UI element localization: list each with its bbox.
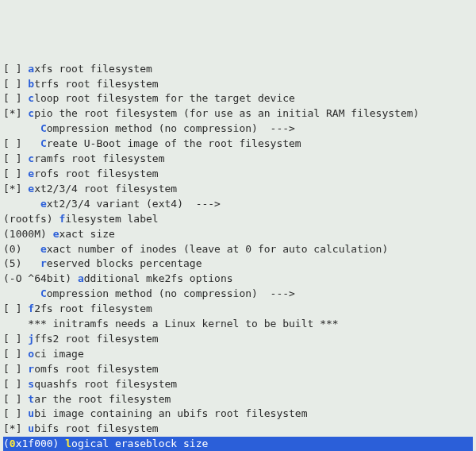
hotkey: t — [28, 393, 34, 405]
hotkey: c — [28, 107, 34, 119]
prefix: (0) — [3, 243, 40, 255]
hotkey: e — [40, 243, 47, 255]
input-mke2fs-options[interactable]: (-O ^64bit) additional mke2fs options — [3, 272, 473, 287]
prefix — [3, 198, 40, 210]
prefix: *** initramfs needs a Linux kernel to be… — [3, 318, 339, 330]
opt-ubifs[interactable]: [*] ubifs root filesystem — [3, 422, 473, 437]
opt-squashfs[interactable]: [ ] squashfs root filesystem — [3, 377, 473, 392]
prefix: [ ] — [3, 152, 28, 164]
label-text: xact number of inodes (leave at 0 for au… — [47, 243, 388, 255]
opt-f2fs[interactable]: [ ] f2fs root filesystem — [3, 302, 473, 317]
prefix: [ ] — [3, 393, 28, 405]
opt-cramfs[interactable]: [ ] cramfs root filesystem — [3, 152, 473, 167]
hotkey: f — [28, 303, 34, 314]
input-reserved-blocks[interactable]: (5) reserved blocks percentage — [3, 256, 473, 272]
hotkey: C — [40, 122, 47, 134]
prefix: ( — [3, 438, 10, 449]
prefix: [ ] — [3, 348, 28, 360]
input-fs-label[interactable]: (rootfs) filesystem label — [3, 212, 473, 227]
opt-cloop[interactable]: [ ] cloop root filesystem for the target… — [3, 91, 473, 106]
prefix: [ ] — [3, 63, 28, 75]
hotkey: u — [28, 422, 34, 434]
label-text: xfs root filesystem — [34, 63, 152, 75]
hotkey: o — [28, 348, 34, 360]
opt-ubi[interactable]: [ ] ubi image containing an ubifs root f… — [3, 407, 473, 422]
label-text: ffs2 root filesystem — [34, 333, 159, 345]
prefix: [ ] — [3, 303, 28, 314]
hotkey: a — [78, 272, 84, 284]
prefix: [*] — [3, 183, 28, 195]
input-inodes[interactable]: (0) exact number of inodes (leave at 0 f… — [3, 242, 473, 257]
label-text: xact size — [59, 228, 114, 240]
label-text: xt2/3/4 variant (ext4) ---> — [47, 198, 221, 210]
prefix: [ ] — [3, 137, 40, 149]
label-text: omfs root filesystem — [34, 363, 159, 375]
label-text: bi image containing an ubifs root filesy… — [34, 407, 307, 419]
prefix — [3, 287, 40, 299]
prefix: [ ] — [3, 92, 28, 104]
menu-cpio-compression[interactable]: Compression method (no compression) ---> — [3, 121, 473, 137]
label-text: trfs root filesystem — [34, 78, 159, 90]
prefix: [*] — [3, 422, 28, 434]
opt-romfs[interactable]: [ ] romfs root filesystem — [3, 362, 473, 377]
label-text: eserved blocks percentage — [47, 257, 202, 269]
label-text: loop root filesystem for the target devi… — [34, 92, 295, 104]
prefix: [ ] — [3, 168, 28, 179]
opt-jffs2[interactable]: [ ] jffs2 root filesystem — [3, 332, 473, 347]
hotkey: r — [28, 363, 34, 375]
label-text: ci image — [34, 348, 84, 360]
input-exact-size[interactable]: (1000M) exact size — [3, 227, 473, 242]
opt-cpio[interactable]: [*] cpio the root filesystem (for use as… — [3, 106, 473, 121]
prefix: [ ] — [3, 78, 28, 90]
prefix: (rootfs) — [3, 213, 59, 225]
menu-ext-compression[interactable]: Compression method (no compression) ---> — [3, 287, 473, 302]
hotkey: u — [28, 407, 34, 419]
opt-btrfs[interactable]: [ ] btrfs root filesystem — [3, 77, 473, 92]
label-text: dditional mke2fs options — [84, 272, 233, 284]
hotkey: C — [40, 137, 47, 149]
opt-cpio-uboot[interactable]: [ ] Create U-Boot image of the root file… — [3, 137, 473, 152]
hotkey: s — [28, 378, 34, 390]
label-text: reate U-Boot image of the root filesyste… — [47, 137, 301, 149]
label-text: ilesystem label — [65, 213, 158, 225]
hotkey: c — [28, 92, 34, 104]
prefix: (5) — [3, 257, 40, 269]
label-text: pio the root filesystem (for use as an i… — [34, 107, 419, 119]
comment-initramfs: *** initramfs needs a Linux kernel to be… — [3, 317, 473, 332]
prefix: (1000M) — [3, 228, 53, 240]
hotkey: c — [28, 152, 34, 164]
label-text: quashfs root filesystem — [34, 378, 177, 390]
label-text: rofs root filesystem — [34, 168, 159, 179]
label-text: x1f000) — [16, 438, 66, 449]
prefix — [3, 122, 40, 134]
prefix: (-O ^64bit) — [3, 272, 78, 284]
label-text: bifs root filesystem — [34, 422, 159, 434]
prefix: [ ] — [3, 363, 28, 375]
hotkey: r — [40, 257, 47, 269]
hotkey: e — [40, 198, 47, 210]
label-text: ar the root filesystem — [34, 393, 171, 405]
menu-ext-variant[interactable]: ext2/3/4 variant (ext4) ---> — [3, 197, 473, 212]
opt-axfs[interactable]: [ ] axfs root filesystem — [3, 62, 473, 77]
label-text: ompression method (no compression) ---> — [47, 122, 295, 134]
hotkey: l — [65, 438, 71, 449]
label-text: 2fs root filesystem — [34, 303, 152, 314]
opt-erofs[interactable]: [ ] erofs root filesystem — [3, 167, 473, 182]
hotkey: b — [28, 78, 34, 90]
label-text: ramfs root filesystem — [34, 152, 164, 164]
label-text: xt2/3/4 root filesystem — [34, 183, 177, 195]
label-text: ompression method (no compression) ---> — [47, 287, 295, 299]
hotkey: e — [28, 183, 34, 195]
opt-tar[interactable]: [ ] tar the root filesystem — [3, 392, 473, 407]
hotkey: a — [28, 63, 34, 75]
hotkey: C — [40, 287, 47, 299]
opt-oci[interactable]: [ ] oci image — [3, 347, 473, 362]
label-text: ogical eraseblock size — [71, 438, 208, 449]
hotkey: e — [28, 168, 34, 179]
hotkey: j — [28, 333, 34, 345]
prefix: [ ] — [3, 378, 28, 390]
filesystem-options-list: [ ] axfs root filesystem[ ] btrfs root f… — [3, 62, 473, 451]
hotkey: 0 — [10, 438, 16, 449]
opt-ext[interactable]: [*] ext2/3/4 root filesystem — [3, 182, 473, 197]
input-leb-size[interactable]: (0x1f000) logical eraseblock size — [3, 437, 473, 451]
